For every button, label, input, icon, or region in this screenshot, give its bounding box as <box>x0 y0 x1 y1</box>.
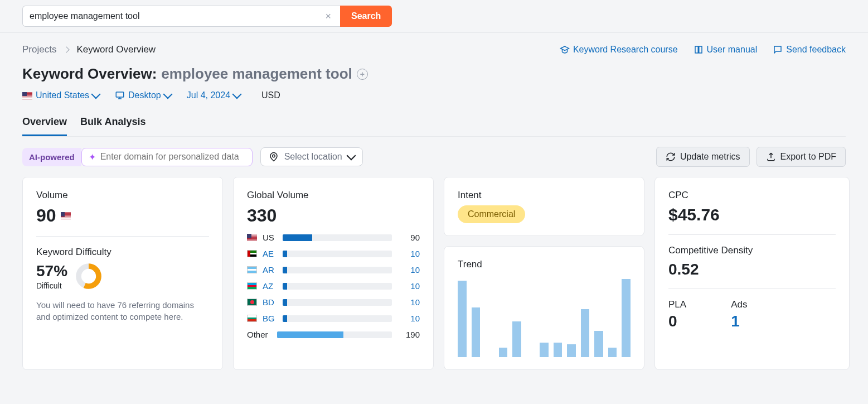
cpc-card: CPC $45.76 Competitive Density 0.52 PLA … <box>654 177 850 370</box>
clear-search-icon[interactable]: × <box>323 8 333 25</box>
svg-rect-0 <box>116 92 124 97</box>
volume-bar <box>283 299 392 306</box>
global-volume-row: AE10 <box>247 249 420 258</box>
trend-card: Trend <box>444 246 644 370</box>
controls-row: AI-powered ✦ Select location Update metr… <box>22 137 846 177</box>
svg-point-1 <box>272 155 275 157</box>
global-volume-row: BD10 <box>247 297 420 307</box>
search-button[interactable]: Search <box>340 6 392 27</box>
top-search-bar: × Search <box>0 0 868 33</box>
difficulty-donut-icon <box>75 263 102 290</box>
volume-value: 90 <box>36 205 209 226</box>
trend-bar <box>512 321 521 357</box>
global-volume-label: Global Volume <box>247 190 420 201</box>
competitive-density-label: Competitive Density <box>668 245 836 256</box>
chevron-down-icon <box>163 90 172 99</box>
global-volume-row: BG10 <box>247 314 420 323</box>
page-title: Keyword Overview: employee management to… <box>22 65 846 83</box>
chevron-down-icon <box>91 90 101 99</box>
tab-overview[interactable]: Overview <box>22 116 67 136</box>
chevron-down-icon <box>232 90 242 99</box>
tab-bulk-analysis[interactable]: Bulk Analysis <box>80 116 146 136</box>
global-volume-row-other: Other190 <box>247 330 420 339</box>
intent-label: Intent <box>458 190 631 201</box>
header-links: Keyword Research course User manual Send… <box>560 45 846 55</box>
location-select[interactable]: Select location <box>260 147 363 166</box>
breadcrumb-current: Keyword Overview <box>76 44 156 55</box>
global-volume-total: 330 <box>247 205 420 226</box>
country-filter[interactable]: United States <box>22 90 99 100</box>
cpc-label: CPC <box>668 190 836 201</box>
global-volume-list: US90AE10AR10AZ10BD10BG10Other190 <box>247 233 420 339</box>
competitive-density-value: 0.52 <box>668 261 836 278</box>
export-pdf-button[interactable]: Export to PDF <box>757 147 846 167</box>
keyword-difficulty-desc: Difficult <box>36 281 67 290</box>
volume-bar <box>283 283 392 290</box>
search-input[interactable] <box>30 6 323 26</box>
add-keyword-icon[interactable]: + <box>357 69 368 80</box>
keyword-research-course-link[interactable]: Keyword Research course <box>560 45 678 55</box>
keyword-difficulty-label: Keyword Difficulty <box>36 247 209 258</box>
chevron-down-icon <box>346 151 356 161</box>
flag-icon <box>247 266 257 273</box>
cpc-value: $45.76 <box>668 205 836 224</box>
volume-bar <box>283 315 392 322</box>
intent-card: Intent Commercial <box>444 177 644 236</box>
ads-value[interactable]: 1 <box>731 312 747 330</box>
country-volume[interactable]: 10 <box>397 265 420 275</box>
location-pin-icon <box>269 152 279 162</box>
country-code[interactable]: AE <box>263 249 277 258</box>
trend-bar <box>581 309 590 357</box>
domain-input[interactable] <box>100 152 245 162</box>
global-volume-row: AR10 <box>247 265 420 275</box>
country-code[interactable]: AZ <box>263 281 277 291</box>
update-metrics-button[interactable]: Update metrics <box>656 147 750 167</box>
book-icon <box>694 45 704 55</box>
metrics-cards: Volume 90 Keyword Difficulty 57% Difficu… <box>22 177 846 370</box>
global-volume-row: US90 <box>247 233 420 242</box>
currency-label: USD <box>261 90 280 100</box>
breadcrumb-projects[interactable]: Projects <box>22 44 56 55</box>
user-manual-link[interactable]: User manual <box>694 45 758 55</box>
volume-bar <box>283 267 392 273</box>
date-filter[interactable]: Jul 4, 2024 <box>187 90 240 100</box>
country-code[interactable]: BD <box>263 297 277 307</box>
flag-icon <box>247 234 257 241</box>
trend-bar <box>499 348 508 357</box>
trend-bar <box>540 343 549 357</box>
flag-us-icon <box>22 92 32 99</box>
desktop-icon <box>115 90 125 100</box>
pla-value: 0 <box>668 312 686 330</box>
trend-bar <box>458 281 467 357</box>
country-volume[interactable]: 10 <box>397 297 420 307</box>
refresh-icon <box>666 152 676 162</box>
pla-label: PLA <box>668 299 686 310</box>
country-volume[interactable]: 10 <box>397 249 420 258</box>
keyword-difficulty-value: 57% <box>36 262 67 280</box>
country-volume[interactable]: 10 <box>397 281 420 291</box>
country-volume: 90 <box>397 233 420 242</box>
ai-powered-badge: AI-powered <box>22 148 81 166</box>
volume-label: Volume <box>36 190 209 201</box>
comment-icon <box>773 45 783 55</box>
chevron-right-icon <box>64 46 69 54</box>
trend-label: Trend <box>458 259 631 270</box>
country-code: US <box>263 233 277 242</box>
other-label: Other <box>247 330 271 339</box>
country-volume[interactable]: 10 <box>397 314 420 323</box>
send-feedback-link[interactable]: Send feedback <box>773 45 846 55</box>
flag-us-icon <box>61 212 71 219</box>
other-volume: 190 <box>397 330 420 339</box>
trend-bar <box>472 307 481 357</box>
device-filter[interactable]: Desktop <box>115 90 171 100</box>
domain-input-wrapper: ✦ <box>81 148 253 166</box>
trend-bar <box>608 348 617 357</box>
flag-icon <box>247 250 257 257</box>
tabs: Overview Bulk Analysis <box>22 116 846 137</box>
global-volume-card: Global Volume 330 US90AE10AR10AZ10BD10BG… <box>233 177 434 370</box>
country-code[interactable]: AR <box>263 265 277 275</box>
volume-bar <box>283 234 392 241</box>
country-code[interactable]: BG <box>263 314 277 323</box>
volume-card: Volume 90 Keyword Difficulty 57% Difficu… <box>22 177 223 370</box>
graduation-cap-icon <box>560 45 570 55</box>
